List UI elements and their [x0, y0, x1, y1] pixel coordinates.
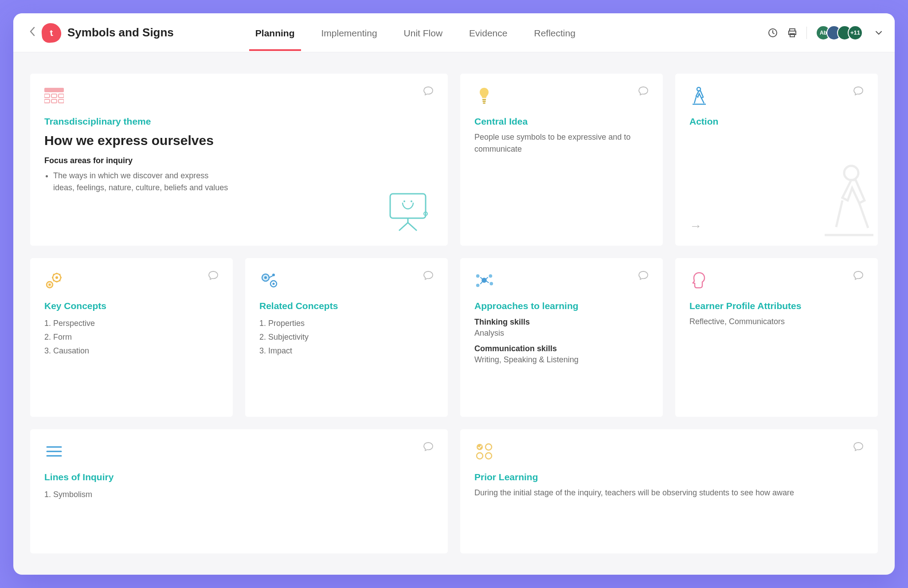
action-watermark-icon [825, 164, 873, 241]
avatar-more: +11 [848, 25, 863, 40]
lightbulb-icon [474, 86, 494, 106]
easel-icon [386, 192, 430, 233]
topbar-right: Ab +11 [767, 25, 882, 40]
card-title: Learner Profile Attributes [689, 301, 864, 311]
back-button[interactable] [26, 24, 39, 42]
svg-line-43 [486, 281, 489, 283]
card-title: Transdisciplinary theme [44, 116, 434, 127]
lines-icon [44, 442, 64, 461]
card-lines-of-inquiry[interactable]: Lines of Inquiry 1. Symbolism [30, 429, 448, 553]
skill-group-thinking: Thinking skills Analysis [474, 318, 649, 338]
gears-icon [44, 270, 64, 290]
svg-rect-5 [44, 94, 50, 98]
svg-rect-4 [44, 88, 64, 92]
related-concepts-list: 1. Properties 2. Subjectivity 3. Impact [259, 317, 434, 357]
svg-point-30 [264, 276, 267, 279]
svg-rect-6 [51, 94, 57, 98]
tab-evidence[interactable]: Evidence [467, 15, 509, 51]
network-gear-icon [259, 270, 279, 290]
app-window: t Symbols and Signs Planning Implementin… [13, 13, 895, 575]
tab-reflecting[interactable]: Reflecting [532, 15, 577, 51]
svg-rect-19 [483, 101, 486, 102]
focus-areas-label: Focus areas for inquiry [44, 156, 434, 165]
comment-icon[interactable] [423, 442, 434, 453]
print-icon[interactable] [787, 27, 798, 38]
comment-icon[interactable] [423, 270, 434, 282]
profile-head-icon [689, 270, 709, 290]
topbar: t Symbols and Signs Planning Implementin… [13, 13, 895, 52]
card-title: Approaches to learning [474, 301, 649, 311]
focus-area-item: The ways in which we discover and expres… [53, 170, 231, 194]
clock-icon[interactable] [767, 27, 778, 38]
tab-implementing[interactable]: Implementing [320, 15, 379, 51]
collaborator-avatars[interactable]: Ab +11 [816, 25, 863, 40]
svg-line-40 [480, 278, 482, 279]
arrow-right-icon[interactable]: → [689, 219, 702, 233]
skill-group-communication: Communication skills Writing, Speaking &… [474, 344, 649, 365]
card-learner-profile[interactable]: Learner Profile Attributes Reflective, C… [675, 258, 878, 416]
focus-areas-list: The ways in which we discover and expres… [44, 170, 231, 194]
list-item: 2. Form [44, 330, 219, 344]
svg-point-39 [489, 282, 493, 286]
comment-icon[interactable] [423, 86, 434, 98]
chevron-down-icon[interactable] [875, 29, 882, 37]
svg-line-42 [480, 282, 482, 284]
list-item: 3. Causation [44, 344, 219, 358]
card-approaches-to-learning[interactable]: Approaches to learning Thinking skills A… [460, 258, 663, 416]
svg-rect-7 [59, 94, 64, 98]
skill-title: Communication skills [474, 344, 649, 353]
svg-rect-8 [44, 99, 50, 103]
card-title: Related Concepts [259, 301, 434, 311]
tab-planning[interactable]: Planning [254, 15, 297, 51]
comment-icon[interactable] [208, 270, 219, 282]
tab-unit-flow[interactable]: Unit Flow [402, 15, 445, 51]
card-central-idea[interactable]: Central Idea People use symbols to be ex… [460, 74, 663, 246]
card-title: Key Concepts [44, 301, 219, 311]
card-action[interactable]: Action → [675, 74, 878, 246]
nodes-icon [474, 270, 494, 290]
svg-point-36 [476, 274, 480, 278]
theme-heading: How we express ourselves [44, 133, 434, 148]
list-item: 1. Symbolism [44, 488, 434, 502]
key-concepts-list: 1. Perspective 2. Form 3. Causation [44, 317, 219, 357]
skill-text: Analysis [474, 329, 649, 338]
svg-rect-20 [483, 102, 485, 104]
comment-icon[interactable] [638, 86, 649, 98]
svg-rect-10 [59, 99, 64, 103]
svg-rect-9 [51, 99, 57, 103]
page-title: Symbols and Signs [67, 26, 174, 39]
comment-icon[interactable] [853, 86, 864, 98]
svg-point-37 [489, 274, 493, 278]
content-grid: Transdisciplinary theme How we express o… [13, 52, 895, 575]
list-item: 3. Impact [259, 344, 434, 358]
svg-point-47 [477, 444, 483, 450]
comment-icon[interactable] [853, 442, 864, 453]
svg-point-48 [485, 444, 492, 450]
svg-point-26 [55, 276, 58, 279]
card-transdisciplinary-theme[interactable]: Transdisciplinary theme How we express o… [30, 74, 448, 246]
svg-point-50 [485, 453, 492, 459]
central-idea-text: People use symbols to be expressive and … [474, 131, 649, 155]
grid-icon [44, 86, 64, 106]
card-title: Prior Learning [474, 472, 864, 482]
comment-icon[interactable] [853, 270, 864, 282]
svg-point-28 [49, 284, 51, 286]
skill-title: Thinking skills [474, 318, 649, 327]
svg-line-34 [269, 276, 273, 278]
list-item: 1. Perspective [44, 317, 219, 330]
list-item: 2. Subjectivity [259, 330, 434, 344]
skill-text: Writing, Speaking & Listening [474, 355, 649, 365]
comment-icon[interactable] [638, 270, 649, 282]
svg-point-38 [476, 284, 480, 287]
card-prior-learning[interactable]: Prior Learning During the initial stage … [460, 429, 878, 553]
svg-line-16 [408, 223, 417, 231]
card-key-concepts[interactable]: Key Concepts 1. Perspective 2. Form 3. C… [30, 258, 233, 416]
app-logo: t [41, 22, 62, 43]
card-title: Lines of Inquiry [44, 472, 434, 482]
svg-point-13 [411, 200, 412, 202]
card-related-concepts[interactable]: Related Concepts 1. Properties 2. Subjec… [245, 258, 448, 416]
tab-bar: Planning Implementing Unit Flow Evidence… [254, 15, 577, 51]
svg-point-23 [844, 166, 858, 180]
learner-profile-text: Reflective, Communicators [689, 316, 864, 328]
prior-learning-text: During the initial stage of the inquiry,… [474, 487, 864, 499]
